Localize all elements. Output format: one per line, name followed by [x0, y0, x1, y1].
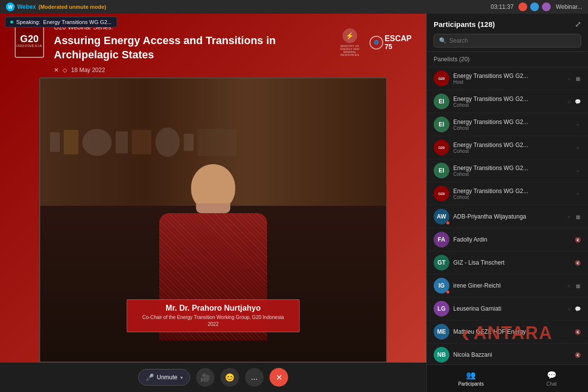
participant-info: Mathieu GEZE HDF Energy	[453, 328, 570, 335]
slide-date: ✕ ◇ 18 May 2022	[54, 67, 325, 74]
search-box[interactable]: 🔍	[434, 34, 581, 48]
mic-icon: ○	[574, 190, 581, 197]
participant-item[interactable]: G20 Energy Transitions WG G2... Cohost ○	[427, 136, 588, 159]
participant-icons: ○ ▦	[565, 75, 581, 82]
participant-item[interactable]: EI Energy Transitions WG G2... Cohost ○	[427, 159, 588, 182]
participant-icons: 🔇	[574, 328, 581, 335]
participant-info: Energy Transitions WG G2... Cohost	[453, 142, 570, 154]
participant-avatar: ME	[434, 324, 449, 340]
speaking-banner: Speaking: Energy Transitions WG G2...	[5, 17, 117, 27]
participant-item[interactable]: EI Energy Transitions WG G2... Cohost ○ …	[427, 90, 588, 113]
top-bar-right: 03:11:37 Webinar...	[490, 2, 582, 11]
participant-role: Cohost	[453, 148, 570, 154]
mic-icon: ○	[565, 98, 572, 105]
participant-item[interactable]: EI Energy Transitions WG G2... Cohost ○	[427, 113, 588, 136]
controls-bar: 🎤 Unmute ▾ 🎥 😊 ... ✕	[0, 363, 426, 392]
participant-avatar: NB	[434, 347, 449, 363]
end-call-button[interactable]: ✕	[270, 368, 288, 387]
speaker-name: Mr. Dr. Prahoro Nurtjahyo	[137, 304, 290, 313]
panel-title: Participants (128)	[434, 20, 495, 28]
person-head	[191, 164, 235, 211]
participant-item[interactable]: FA Fadolly Ardin 🔇	[427, 228, 588, 251]
webinar-label: Webinar...	[556, 3, 582, 10]
chat-tab-icon: 💬	[547, 370, 557, 380]
shelf-item	[116, 131, 128, 153]
search-icon: 🔍	[439, 37, 446, 44]
participant-role: Cohost	[453, 195, 570, 200]
participant-name: Energy Transitions WG G2...	[453, 96, 562, 102]
participants-list[interactable]: G20 Energy Transitions WG G2... Host ○ ▦…	[427, 67, 588, 365]
emoji-button[interactable]: 😊	[220, 368, 239, 387]
participant-icons: ○ 💬	[565, 98, 581, 105]
more-button[interactable]: ...	[245, 368, 264, 387]
top-bar: W Webex (Moderated unmute mode) 03:11:37…	[0, 0, 588, 14]
search-input[interactable]	[449, 37, 576, 44]
top-bar-icons	[518, 2, 551, 11]
expand-icon[interactable]: ⤢	[575, 20, 581, 29]
participant-info: Energy Transitions WG G2... Cohost	[453, 165, 570, 177]
emoji-icon: 😊	[225, 373, 235, 382]
icon-purple[interactable]	[542, 2, 551, 11]
participant-item[interactable]: ME Mathieu GEZE HDF Energy 🔇	[427, 320, 588, 343]
mic-icon: ○	[574, 144, 581, 151]
participant-item[interactable]: G20 Energy Transitions WG G2... Cohost ○	[427, 182, 588, 205]
participant-icons: 🔇	[574, 259, 581, 266]
participant-icons: 🔇	[574, 236, 581, 243]
moderated-badge: (Moderated unmute mode)	[38, 4, 106, 10]
unmute-button[interactable]: 🎤 Unmute ▾	[138, 369, 190, 386]
participant-icons: ○ ▦	[565, 213, 581, 220]
avatar-initials: G20	[438, 192, 444, 196]
chat-icon: 💬	[574, 98, 581, 105]
participant-role: Host	[453, 79, 562, 85]
webex-label: Webex	[17, 3, 36, 10]
g20-logo: G20 INDONESIA	[15, 24, 44, 58]
panelists-header: Panelists (20)	[427, 52, 588, 67]
participant-item[interactable]: NB Nicola Bazzani 🔇	[427, 343, 588, 365]
participant-name: Energy Transitions WG G2...	[453, 142, 570, 148]
chat-tab-label: Chat	[546, 381, 557, 387]
avatar-initials: LG	[438, 305, 446, 312]
screen-icon: ▦	[574, 75, 581, 82]
participant-info: Energy Transitions WG G2... Host	[453, 73, 562, 85]
participant-item[interactable]: IG irene Giner-Reichl ○ ▦	[427, 274, 588, 297]
participant-item[interactable]: AW ADB-Priyantha Wijayatunga ○ ▦	[427, 205, 588, 228]
mic-muted-icon: 🔇	[574, 236, 581, 243]
avatar-initials: EI	[439, 121, 444, 128]
tab-chat[interactable]: 💬 Chat	[537, 368, 566, 389]
mic-icon: ○	[574, 121, 581, 128]
avatar-initials: G20	[438, 77, 444, 80]
icon-red[interactable]	[518, 2, 527, 11]
main-content: G20 INDONESIA G20 Webinar Series: Assuri…	[0, 14, 426, 392]
camera-icon: 🎥	[200, 373, 210, 382]
participant-item[interactable]: GT GIZ - Lisa Tinschert 🔇	[427, 251, 588, 274]
tab-participants[interactable]: 👥 Participants	[448, 368, 493, 389]
camera-button[interactable]: 🎥	[196, 368, 215, 387]
participant-role: Cohost	[453, 172, 570, 177]
participant-item[interactable]: LG Leuserina Garniati ○ 💬	[427, 297, 588, 320]
participant-item[interactable]: G20 Energy Transitions WG G2... Host ○ ▦	[427, 67, 588, 90]
time-display: 03:11:37	[490, 3, 514, 10]
avatar-initials: ME	[437, 328, 446, 335]
participant-info: Nicola Bazzani	[453, 351, 570, 358]
participant-name: Energy Transitions WG G2...	[453, 73, 562, 79]
mic-icon: ○	[565, 282, 572, 289]
participant-avatar: LG	[434, 301, 449, 317]
unmute-label: Unmute	[157, 374, 177, 381]
participant-name: Energy Transitions WG G2...	[453, 119, 570, 125]
participant-info: Energy Transitions WG G2... Cohost	[453, 119, 570, 131]
avatar-initials: IG	[439, 282, 445, 289]
icon-blue[interactable]	[530, 2, 539, 11]
webex-logo: W Webex (Moderated unmute mode)	[6, 2, 106, 11]
participant-icons: ○ 💬	[565, 305, 581, 312]
participant-icons: ○	[574, 167, 581, 174]
screen-icon: ▦	[574, 213, 581, 220]
top-bar-left: W Webex (Moderated unmute mode)	[6, 2, 106, 11]
mic-muted-icon: 🔇	[574, 259, 581, 266]
panel-title-row: Participants (128) ⤢	[434, 20, 581, 29]
screen-icon: ▦	[574, 282, 581, 289]
g20-subtext: INDONESIA	[16, 44, 42, 48]
participant-name: Energy Transitions WG G2...	[453, 165, 570, 172]
participant-avatar: G20	[434, 71, 449, 86]
person-bg: Mr. Dr. Prahoro Nurtjahyo Co-Chair of th…	[40, 78, 386, 362]
avatar-initials: NB	[437, 351, 445, 358]
